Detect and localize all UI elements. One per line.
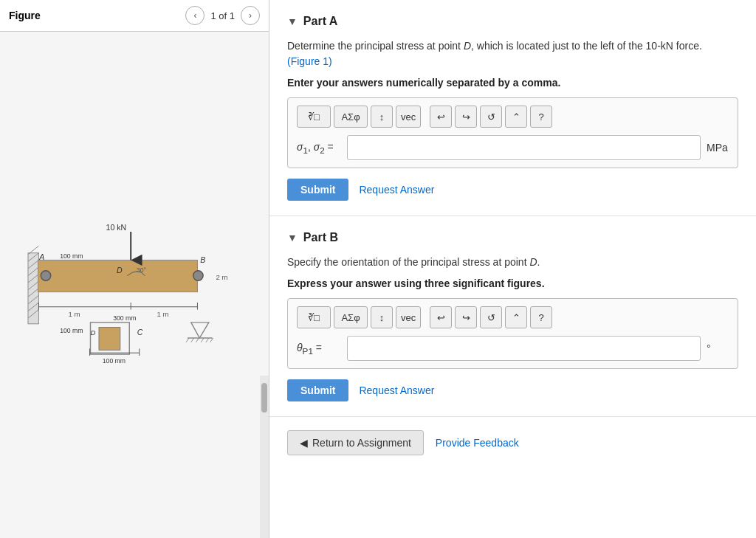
part-a-unit: MPa — [707, 142, 729, 154]
part-a-toolbar-reset[interactable]: ↺ — [480, 106, 502, 128]
provide-feedback-link[interactable]: Provide Feedback — [436, 437, 519, 449]
return-arrow-icon: ◀ — [300, 437, 308, 449]
part-a-title: Part A — [303, 15, 338, 28]
part-a-desc-force: kN — [661, 40, 673, 52]
part-b-toolbar-keyboard[interactable]: ⌃ — [505, 306, 527, 328]
svg-text:1 m: 1 m — [68, 310, 80, 318]
part-a-request-answer-link[interactable]: Request Answer — [359, 184, 434, 196]
part-b-unit: ° — [707, 342, 729, 354]
svg-line-38 — [196, 338, 199, 342]
part-b-toolbar: ∛□ ΑΣφ ↕ vec ↩ ↪ ↺ ⌃ ? — [297, 306, 729, 328]
part-b-desc-text: Specify the orientation of the principal… — [287, 256, 529, 268]
svg-text:100 mm: 100 mm — [60, 252, 83, 260]
part-b-actions: Submit Request Answer — [287, 379, 738, 401]
scrollbar-track[interactable] — [260, 376, 269, 538]
part-b-title: Part B — [303, 231, 338, 244]
part-a-input-row: σ1, σ2 = MPa — [297, 135, 729, 160]
scrollbar-thumb[interactable] — [261, 383, 267, 413]
engineering-diagram: A B 10 kN D 30° — [16, 196, 252, 373]
figure-label: Figure — [9, 10, 41, 21]
left-panel: Figure ‹ 1 of 1 › — [0, 0, 269, 538]
part-a-collapse-arrow[interactable]: ▼ — [287, 15, 298, 27]
svg-text:D: D — [90, 328, 95, 337]
svg-text:D: D — [117, 266, 123, 275]
part-a-toolbar-vec[interactable]: vec — [396, 106, 421, 128]
part-a-input-label: σ1, σ2 = — [297, 141, 341, 155]
part-b-instruction: Express your answer using three signific… — [287, 277, 738, 289]
part-a-toolbar-redo[interactable]: ↪ — [455, 106, 477, 128]
right-panel: ▼ Part A Determine the principal stress … — [269, 0, 756, 538]
svg-text:30°: 30° — [137, 266, 146, 274]
svg-point-13 — [193, 271, 203, 280]
part-b-answer-input[interactable] — [347, 336, 701, 361]
figure-navigation: ‹ 1 of 1 › — [185, 6, 260, 25]
part-b-toolbar-undo[interactable]: ↩ — [430, 306, 452, 328]
part-a-desc-text: Determine the principal stress at point — [287, 40, 464, 52]
part-b-description: Specify the orientation of the principal… — [287, 255, 738, 270]
part-b-toolbar-help[interactable]: ? — [530, 306, 552, 328]
part-b-input-row: θP1 = ° — [297, 336, 729, 361]
part-b-toolbar-arrow-updown[interactable]: ↕ — [371, 306, 393, 328]
part-a-toolbar-radical[interactable]: ∛□ — [297, 106, 331, 128]
part-a-section: ▼ Part A Determine the principal stress … — [269, 0, 756, 216]
part-b-toolbar-vec[interactable]: vec — [396, 306, 421, 328]
part-a-description: Determine the principal stress at point … — [287, 38, 738, 69]
part-a-toolbar-keyboard[interactable]: ⌃ — [505, 106, 527, 128]
part-a-submit-button[interactable]: Submit — [287, 179, 348, 201]
part-a-instruction: Enter your answers numerically separated… — [287, 77, 738, 89]
part-b-request-answer-link[interactable]: Request Answer — [359, 384, 434, 396]
figure-header: Figure ‹ 1 of 1 › — [0, 0, 269, 32]
svg-line-39 — [201, 338, 204, 342]
part-a-desc-end: force. — [673, 40, 702, 52]
part-b-toolbar-reset[interactable]: ↺ — [480, 306, 502, 328]
svg-text:300 mm: 300 mm — [113, 314, 136, 322]
part-a-figure-link[interactable]: (Figure 1) — [287, 55, 332, 67]
svg-line-36 — [186, 338, 189, 342]
figure-content: A B 10 kN D 30° — [0, 32, 269, 538]
part-a-toolbar-arrow-updown[interactable]: ↕ — [371, 106, 393, 128]
svg-line-40 — [206, 338, 209, 342]
part-b-collapse-arrow[interactable]: ▼ — [287, 232, 298, 244]
part-b-input-label: θP1 = — [297, 342, 341, 356]
part-a-desc-middle: , which is located just to the left of t… — [471, 40, 661, 52]
part-b-toolbar-radical[interactable]: ∛□ — [297, 306, 331, 328]
part-a-toolbar: ∛□ ΑΣφ ↕ vec ↩ ↪ ↺ ⌃ ? — [297, 106, 729, 128]
svg-text:A: A — [38, 252, 44, 261]
svg-point-12 — [41, 271, 50, 280]
svg-text:100 mm: 100 mm — [60, 327, 83, 334]
svg-rect-33 — [99, 328, 120, 351]
part-b-header: ▼ Part B — [287, 231, 738, 244]
return-btn-label: Return to Assignment — [312, 437, 411, 449]
part-b-toolbar-redo[interactable]: ↪ — [455, 306, 477, 328]
return-to-assignment-button[interactable]: ◀ Return to Assignment — [287, 430, 424, 455]
next-figure-button[interactable]: › — [241, 6, 260, 25]
part-b-submit-button[interactable]: Submit — [287, 379, 348, 401]
prev-figure-button[interactable]: ‹ — [185, 6, 205, 25]
part-a-toolbar-greek[interactable]: ΑΣφ — [334, 106, 368, 128]
svg-line-37 — [191, 338, 194, 342]
part-b-input-container: ∛□ ΑΣφ ↕ vec ↩ ↪ ↺ ⌃ ? θP1 = ° — [287, 298, 738, 369]
part-b-desc-end: . — [537, 256, 540, 268]
bottom-bar: ◀ Return to Assignment Provide Feedback — [269, 417, 756, 469]
svg-marker-34 — [191, 323, 209, 338]
part-a-desc-point: D — [464, 40, 471, 52]
part-a-toolbar-undo[interactable]: ↩ — [430, 106, 452, 128]
svg-text:100 mm: 100 mm — [103, 357, 126, 365]
svg-text:10 kN: 10 kN — [106, 223, 127, 232]
figure-count: 1 of 1 — [210, 10, 235, 21]
svg-text:C: C — [137, 328, 143, 337]
svg-text:B: B — [200, 255, 205, 264]
part-b-desc-point: D — [529, 256, 537, 268]
part-a-actions: Submit Request Answer — [287, 179, 738, 201]
part-a-toolbar-help[interactable]: ? — [530, 106, 552, 128]
svg-text:1 m: 1 m — [157, 310, 168, 318]
svg-line-41 — [210, 338, 213, 342]
svg-text:2 m: 2 m — [216, 273, 227, 281]
part-b-toolbar-greek[interactable]: ΑΣφ — [334, 306, 368, 328]
part-a-answer-input[interactable] — [347, 135, 701, 160]
part-a-input-container: ∛□ ΑΣφ ↕ vec ↩ ↪ ↺ ⌃ ? σ1, σ2 = MPa — [287, 97, 738, 168]
part-b-section: ▼ Part B Specify the orientation of the … — [269, 216, 756, 417]
part-a-header: ▼ Part A — [287, 15, 738, 28]
